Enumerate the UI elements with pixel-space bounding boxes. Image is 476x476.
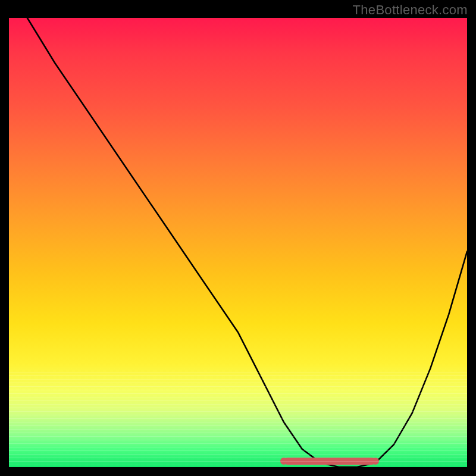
plot-area — [9, 18, 467, 467]
chart-stage: TheBottleneck.com — [0, 0, 476, 476]
bottleneck-curve — [9, 18, 467, 467]
watermark-text: TheBottleneck.com — [353, 2, 468, 18]
optimum-band-end-dot — [372, 458, 379, 465]
optimum-band-start-dot — [280, 458, 287, 465]
optimum-band-marker — [284, 458, 375, 465]
